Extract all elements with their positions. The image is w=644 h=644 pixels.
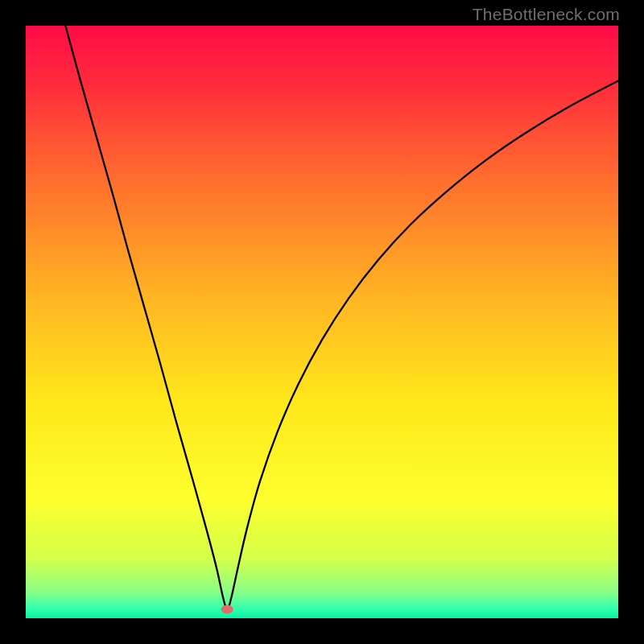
gradient-background [26,26,618,618]
bottleneck-chart [26,26,618,618]
watermark-text: TheBottleneck.com [473,5,620,24]
optimal-marker [221,605,233,613]
plot-area [26,26,618,618]
chart-frame: TheBottleneck.com [0,0,644,644]
